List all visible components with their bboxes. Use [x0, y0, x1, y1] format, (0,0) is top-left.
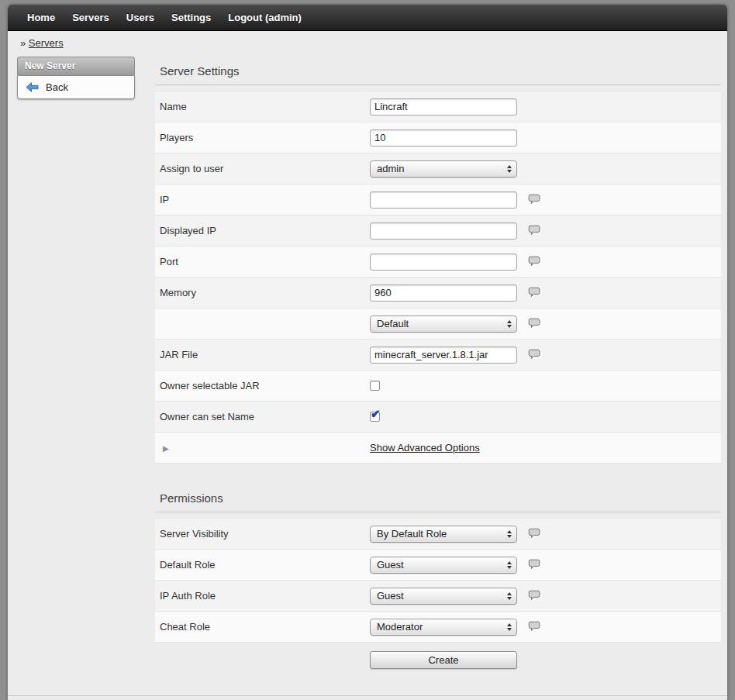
name-input[interactable] [370, 98, 517, 116]
submit-row: Create [155, 644, 721, 675]
breadcrumb-prefix: » [20, 37, 26, 49]
sidebar: New Server Back [17, 57, 135, 99]
help-icon[interactable] [528, 194, 540, 205]
form-row-jar-file: JAR File [155, 340, 721, 371]
port-input[interactable] [370, 253, 517, 271]
form-row-cheat-role: Cheat Role Moderator [155, 612, 721, 643]
help-icon[interactable] [528, 349, 540, 360]
default-role-label: Default Role [155, 559, 370, 571]
select-arrows-icon [507, 320, 512, 328]
players-label: Players [155, 132, 370, 143]
permissions-form: Server Visibility By Default Role Defaul… [155, 518, 721, 643]
sidebar-body: Back [17, 75, 135, 99]
form-row-owner-can-set-name: Owner can set Name ✔ [155, 402, 721, 433]
select-arrows-icon [507, 561, 512, 569]
ip-input[interactable] [370, 191, 517, 209]
select-value: Moderator [377, 621, 423, 633]
help-icon[interactable] [528, 287, 540, 298]
form-row-default-select: Default [155, 309, 721, 340]
ip-label: IP [155, 194, 370, 205]
help-icon[interactable] [528, 559, 540, 571]
memory-label: Memory [155, 287, 370, 298]
help-icon[interactable] [528, 225, 540, 236]
server-settings-form: Name Players Assign to user admin [155, 91, 721, 464]
form-row-memory: Memory [155, 278, 721, 309]
owner-selectable-jar-label: Owner selectable JAR [155, 380, 370, 391]
owner-can-set-name-label: Owner can set Name [155, 411, 370, 422]
select-arrows-icon [507, 530, 512, 538]
help-icon[interactable] [528, 528, 540, 540]
advanced-options-row: ▶ Show Advanced Options [155, 433, 721, 464]
owner-selectable-jar-checkbox[interactable] [370, 381, 380, 391]
back-label: Back [46, 81, 68, 93]
select-value: By Default Role [377, 528, 447, 540]
form-row-assign-user: Assign to user admin [155, 153, 721, 184]
select-arrows-icon [507, 165, 512, 173]
content: New Server Back Server Settings Name [8, 52, 727, 675]
memory-input[interactable] [370, 284, 517, 302]
help-icon[interactable] [528, 590, 540, 602]
help-icon[interactable] [528, 621, 540, 633]
section-title-permissions: Permissions [155, 481, 721, 512]
page: Home Servers Users Settings Logout (admi… [8, 5, 727, 700]
select-arrows-icon [507, 592, 512, 600]
back-arrow-icon [26, 82, 39, 92]
form-row-name: Name [155, 91, 721, 122]
port-label: Port [155, 256, 370, 267]
checkmark: ✔ [371, 408, 381, 419]
nav-settings[interactable]: Settings [163, 5, 219, 29]
help-icon[interactable] [528, 318, 540, 329]
form-row-owner-selectable-jar: Owner selectable JAR [155, 371, 721, 402]
select-value: Default [377, 318, 409, 329]
help-icon[interactable] [528, 256, 540, 267]
top-navbar: Home Servers Users Settings Logout (admi… [8, 5, 727, 31]
advanced-toggle-icon[interactable]: ▶ [160, 444, 169, 453]
owner-can-set-name-checkbox[interactable]: ✔ [370, 412, 380, 422]
select-value: Guest [377, 559, 404, 571]
server-visibility-label: Server Visibility [155, 528, 370, 540]
server-visibility-select[interactable]: By Default Role [370, 526, 517, 543]
ip-auth-role-select[interactable]: Guest [370, 588, 517, 605]
default-select[interactable]: Default [370, 316, 517, 333]
sidebar-item-back[interactable]: Back [20, 78, 132, 96]
jar-file-label: JAR File [155, 349, 370, 360]
displayed-ip-label: Displayed IP [155, 225, 370, 236]
nav-logout[interactable]: Logout (admin) [219, 5, 310, 29]
breadcrumb-servers-link[interactable]: Servers [29, 37, 64, 49]
ip-auth-role-label: IP Auth Role [155, 590, 370, 602]
section-title-server-settings: Server Settings [155, 53, 721, 85]
sidebar-title: New Server [17, 57, 135, 75]
form-row-players: Players [155, 122, 721, 153]
cheat-role-select[interactable]: Moderator [370, 619, 517, 636]
nav-users[interactable]: Users [118, 5, 163, 29]
form-row-port: Port [155, 247, 721, 278]
name-label: Name [155, 101, 370, 112]
players-input[interactable] [370, 129, 517, 147]
select-arrows-icon [507, 623, 512, 631]
select-value: Guest [377, 590, 404, 602]
create-button[interactable]: Create [370, 651, 517, 669]
nav-servers[interactable]: Servers [64, 5, 118, 29]
cheat-role-label: Cheat Role [155, 621, 370, 633]
show-advanced-options-link[interactable]: Show Advanced Options [370, 442, 480, 453]
displayed-ip-input[interactable] [370, 222, 517, 240]
jar-file-input[interactable] [370, 347, 517, 364]
default-role-select[interactable]: Guest [370, 557, 517, 574]
main-panel: Server Settings Name Players Assign to u… [155, 52, 721, 675]
assign-user-label: Assign to user [155, 163, 370, 174]
form-row-default-role: Default Role Guest [155, 550, 721, 581]
form-row-ip: IP [155, 184, 721, 216]
breadcrumb: » Servers [8, 31, 727, 52]
assign-to-user-select[interactable]: admin [370, 160, 517, 178]
form-row-displayed-ip: Displayed IP [155, 216, 721, 247]
form-row-ip-auth-role: IP Auth Role Guest [155, 581, 721, 612]
form-row-server-visibility: Server Visibility By Default Role [155, 519, 721, 550]
footer: Powered by Multicraft Control Panel [8, 695, 727, 700]
select-value: admin [377, 163, 404, 174]
nav-home[interactable]: Home [19, 5, 64, 29]
